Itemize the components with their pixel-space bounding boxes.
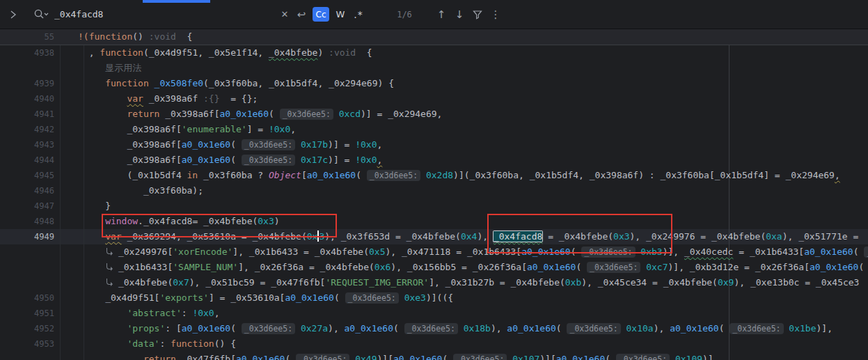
line-number: 4947 xyxy=(0,198,54,214)
code-token: ), _0x51bc59 = _0x47f6fb[ xyxy=(189,277,326,288)
code-token: 'enumerable' xyxy=(182,124,247,134)
code-token: 'props' xyxy=(127,323,165,334)
code-text: return _0x398a6f[a0_0x1e60( _0x3d6ee5: 0… xyxy=(78,107,442,122)
line-number: 4950 xyxy=(0,290,54,306)
code-token: a0_0x1e60 xyxy=(507,323,555,334)
code-editor[interactable]: 55!(function() :void { 4938 , function(_… xyxy=(0,29,868,360)
next-match-button[interactable]: ↓ xyxy=(451,0,468,29)
code-text: var _0x398a6f :{} = {}; xyxy=(78,91,258,107)
fold-gutter xyxy=(54,260,78,275)
code-line-wrap[interactable]: _0x1b6433['SAMPLE_NUM'], _0x26f36a = _0x… xyxy=(0,260,868,275)
code-token: 0x4 xyxy=(461,231,477,242)
code-line-4950[interactable]: 4950 _0x4d9f51['exports'] = _0x53610a[a0… xyxy=(0,290,868,306)
code-token: 0x27a xyxy=(301,323,328,334)
whole-words-toggle[interactable]: W xyxy=(332,0,349,29)
fold-gutter xyxy=(54,336,78,352)
line-number: 4940 xyxy=(0,91,54,107)
line-number xyxy=(0,61,54,76)
code-line[interactable]: return _0x47f6fb[a0_0x1e60( _0x3d6ee5: 0… xyxy=(0,352,868,360)
code-token: = {}; xyxy=(220,93,258,104)
code-token: _0x398a6f[ xyxy=(127,124,181,134)
code-line-4942[interactable]: 4942 _0x398a6f['enumerable'] = !0x0, xyxy=(0,122,868,137)
code-token: 0xb xyxy=(565,277,581,288)
code-token: _0x398a6f xyxy=(143,93,203,104)
line-number: 4946 xyxy=(0,183,54,198)
code-token: (_0x1b5df4 xyxy=(127,170,187,180)
code-token: return xyxy=(127,109,159,119)
code-line-55[interactable]: 55!(function() :void { xyxy=(0,29,868,45)
code-token: { xyxy=(356,47,372,58)
code-line-4945[interactable]: 4945 (_0x1b5df4 in _0x3f60ba ? Object[a0… xyxy=(0,168,868,183)
line-number: 4948 xyxy=(0,214,54,229)
line-number: 4952 xyxy=(0,321,54,336)
fold-gutter xyxy=(54,290,78,306)
code-token: () { xyxy=(214,338,236,349)
line-number xyxy=(0,352,54,360)
line-number: 4953 xyxy=(0,336,54,352)
code-line-4946[interactable]: 4946 _0x3f60ba); xyxy=(0,183,868,198)
fold-gutter xyxy=(54,352,78,360)
code-text: _0x3f60ba); xyxy=(78,183,203,198)
code-token: ( xyxy=(285,354,296,360)
code-line-4939[interactable]: 4939 function _0x508fe0(_0x3f60ba, _0x1b… xyxy=(0,76,868,91)
fold-gutter xyxy=(54,168,78,183)
code-token: !0x0 xyxy=(269,124,290,134)
code-line-4953[interactable]: 4953 'data': function() { xyxy=(0,336,868,352)
code-line-4940[interactable]: 4940 var _0x398a6f :{} = {}; xyxy=(0,91,868,107)
code-token: 0x17c xyxy=(301,155,328,165)
code-token: a0_0x1e60 xyxy=(527,262,576,272)
code-token: 'SAMPLE_NUM' xyxy=(173,262,238,272)
code-text: function _0x508fe0(_0x3f60ba, _0x1b5df4,… xyxy=(78,76,394,91)
regex-toggle[interactable]: .* xyxy=(350,0,367,29)
code-token: )] = xyxy=(328,139,355,150)
code-line-4952[interactable]: 4952 'props': [a0_0x1e60( _0x3d6ee5: 0x2… xyxy=(0,321,868,336)
code-token: return xyxy=(143,354,176,360)
code-token: ), _0x51771e = xyxy=(782,231,859,242)
code-token: ( xyxy=(230,139,242,150)
code-token: _0x3d6ee5: xyxy=(345,292,399,304)
code-token xyxy=(458,323,464,334)
code-token: )], _0xb3d12e = _0x26f36a[ xyxy=(668,262,810,272)
code-token: 'REQUEST_IMG_ERROR' xyxy=(325,277,429,288)
code-token: ( xyxy=(576,262,587,272)
fold-gutter xyxy=(54,183,78,198)
clear-search-button[interactable]: ✕ xyxy=(277,0,292,29)
code-line-4943[interactable]: 4943 _0x398a6f[a0_0x1e60( _0x3d6ee5: 0x1… xyxy=(0,137,868,152)
code-line[interactable]: 显示用法 xyxy=(0,61,868,76)
previous-match-button[interactable]: ↑ xyxy=(433,0,450,29)
more-options-button[interactable]: ⋮ xyxy=(487,0,504,29)
line-number xyxy=(0,244,54,260)
match-case-toggle[interactable]: Cc xyxy=(313,7,329,22)
code-token: , xyxy=(835,170,840,180)
code-token: ), _0x156bb5 = _0x26f36a[ xyxy=(390,262,527,272)
code-line-4947[interactable]: 4947 } xyxy=(0,198,868,214)
filter-search-button[interactable] xyxy=(469,0,486,29)
code-token: , xyxy=(377,155,383,165)
code-line-wrap[interactable]: _0x4bfebe(0x7), _0x51bc59 = _0x47f6fb['R… xyxy=(0,275,868,290)
code-token xyxy=(333,109,339,119)
code-line-4941[interactable]: 4941 return _0x398a6f[a0_0x1e60( _0x3d6e… xyxy=(0,107,868,122)
code-text: (_0x1b5df4 in _0x3f60ba ? Object[a0_0x1e… xyxy=(78,168,840,183)
code-token: function xyxy=(105,78,149,88)
expand-replace-button[interactable] xyxy=(4,0,22,29)
code-token: a0_0x1e60 xyxy=(182,139,230,150)
search-mode-button[interactable] xyxy=(31,0,52,29)
code-token: ), _0x3f653d = _0x4bfebe( xyxy=(324,231,461,242)
code-line-4944[interactable]: 4944 _0x398a6f[a0_0x1e60( _0x3d6ee5: 0x1… xyxy=(0,152,868,168)
fold-gutter xyxy=(54,107,78,122)
code-token: 0x7 xyxy=(173,277,189,288)
code-token: function xyxy=(171,338,214,349)
code-token xyxy=(507,354,512,360)
code-token: _0x3d6ee5: xyxy=(296,354,349,360)
code-token: _0x3d6ee5: xyxy=(567,323,620,334)
newline-button[interactable]: ↩ xyxy=(293,0,310,29)
code-line-4951[interactable]: 4951 'abstract': !0x0, xyxy=(0,306,868,321)
code-token: 0xc7 xyxy=(646,262,668,272)
line-number: 4941 xyxy=(0,107,54,122)
code-line-wrap[interactable]: _0x249976['xorEncode'], _0x1b6433 = _0x4… xyxy=(0,244,868,260)
code-token: )] = xyxy=(328,155,355,165)
code-token: ( xyxy=(230,323,242,334)
code-token: ), xyxy=(328,323,344,334)
code-line-4938[interactable]: 4938 , function(_0x4d9f51, _0x5e1f14, _0… xyxy=(0,45,868,61)
search-input[interactable] xyxy=(54,9,263,19)
